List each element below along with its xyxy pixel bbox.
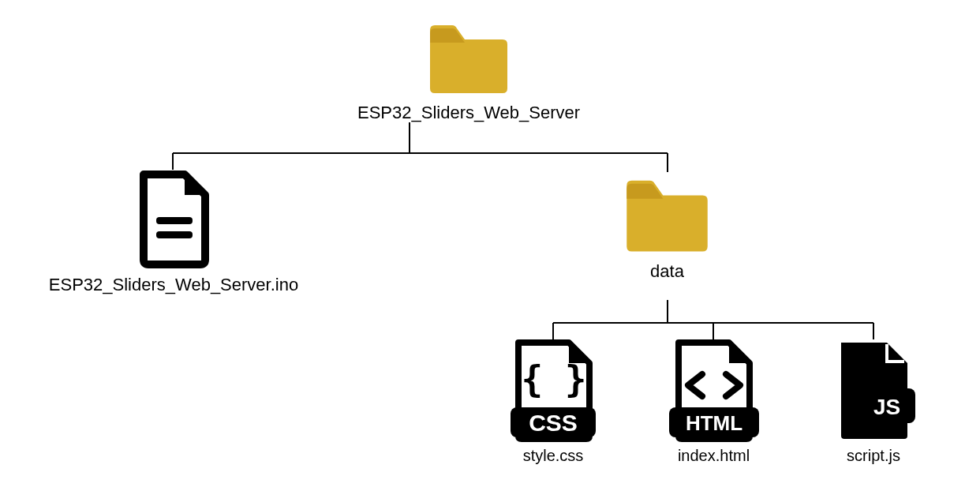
folder-icon <box>622 172 713 255</box>
svg-rect-10 <box>156 231 193 238</box>
svg-rect-9 <box>156 217 193 224</box>
data-folder-node: data <box>622 172 713 282</box>
ino-file-node: ESP32_Sliders_Web_Server.ino <box>47 170 300 295</box>
svg-text:{ }: { } <box>521 358 586 400</box>
js-file-label: script.js <box>847 447 900 465</box>
css-file-label: style.css <box>523 447 584 465</box>
root-folder-node: ESP32_Sliders_Web_Server <box>357 17 580 123</box>
css-file-node: { } CSS style.css <box>506 339 600 465</box>
html-file-label: index.html <box>678 447 750 465</box>
js-file-node: JS script.js <box>832 339 915 465</box>
file-js-icon: JS <box>832 339 915 442</box>
ino-file-label: ESP32_Sliders_Web_Server.ino <box>49 275 298 295</box>
data-folder-label: data <box>650 261 684 282</box>
html-file-node: HTML index.html <box>664 339 763 465</box>
file-html-icon: HTML <box>664 339 763 442</box>
css-badge-text: CSS <box>529 410 578 436</box>
folder-icon <box>425 17 512 96</box>
html-badge-text: HTML <box>686 411 742 435</box>
file-css-icon: { } CSS <box>506 339 600 442</box>
js-badge-text: JS <box>873 395 900 419</box>
file-text-icon <box>133 170 215 268</box>
root-folder-label: ESP32_Sliders_Web_Server <box>357 103 580 123</box>
